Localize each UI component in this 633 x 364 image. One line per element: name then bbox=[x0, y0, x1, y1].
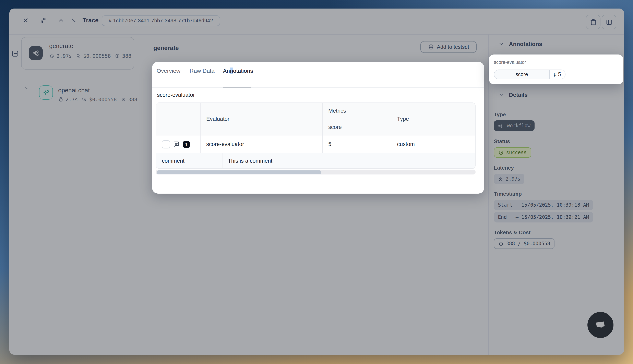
tabs-row: Overview Raw Data Annotations bbox=[152, 62, 484, 88]
header-cell-type: Type bbox=[391, 103, 475, 135]
table-row[interactable]: 1 score-evaluator 5 custom bbox=[156, 135, 475, 153]
text-selection: n bbox=[230, 68, 233, 74]
collapse-row-icon[interactable] bbox=[162, 140, 170, 148]
evaluator-section-title: score-evaluator bbox=[157, 92, 195, 98]
table-header-row: Evaluator Metrics score Type bbox=[156, 103, 475, 135]
tabs-divider bbox=[152, 88, 484, 88]
desktop-background: Trace # 1cbb70e7-34a1-7bb7-3498-771b7d46… bbox=[0, 0, 633, 364]
comment-label-cell: comment bbox=[156, 153, 223, 168]
comment-count-badge: 1 bbox=[183, 140, 190, 148]
header-cell-empty bbox=[156, 103, 200, 135]
row-controls: 1 bbox=[156, 136, 200, 153]
header-cell-evaluator: Evaluator bbox=[200, 103, 322, 135]
header-cell-metrics: Metrics score bbox=[322, 103, 391, 135]
annotation-score-card: score-evaluator score µ 5 bbox=[489, 54, 623, 84]
comment-icon[interactable] bbox=[173, 141, 180, 148]
horizontal-scrollbar[interactable] bbox=[156, 170, 476, 174]
cell-score: 5 bbox=[322, 136, 391, 153]
metric-mean-value: µ 5 bbox=[550, 70, 565, 79]
tab-annotations[interactable]: Annotations bbox=[223, 68, 253, 74]
annotations-table: Evaluator Metrics score Type 1 bbox=[156, 102, 476, 169]
tab-content-panel: Overview Raw Data Annotations score-eval… bbox=[152, 62, 484, 194]
tab-overview[interactable]: Overview bbox=[156, 68, 180, 74]
cell-evaluator: score-evaluator bbox=[200, 136, 322, 153]
metric-name: score bbox=[494, 70, 550, 79]
scrollbar-thumb[interactable] bbox=[156, 170, 322, 174]
score-metric-pill[interactable]: score µ 5 bbox=[494, 70, 566, 79]
card-evaluator-label: score-evaluator bbox=[494, 60, 526, 65]
comment-row: comment This is a comment bbox=[156, 153, 475, 168]
tab-raw-data[interactable]: Raw Data bbox=[190, 68, 214, 74]
comment-value-cell: This is a comment bbox=[223, 153, 475, 168]
trace-window: Trace # 1cbb70e7-34a1-7bb7-3498-771b7d46… bbox=[9, 8, 624, 355]
cell-type: custom bbox=[391, 136, 475, 153]
